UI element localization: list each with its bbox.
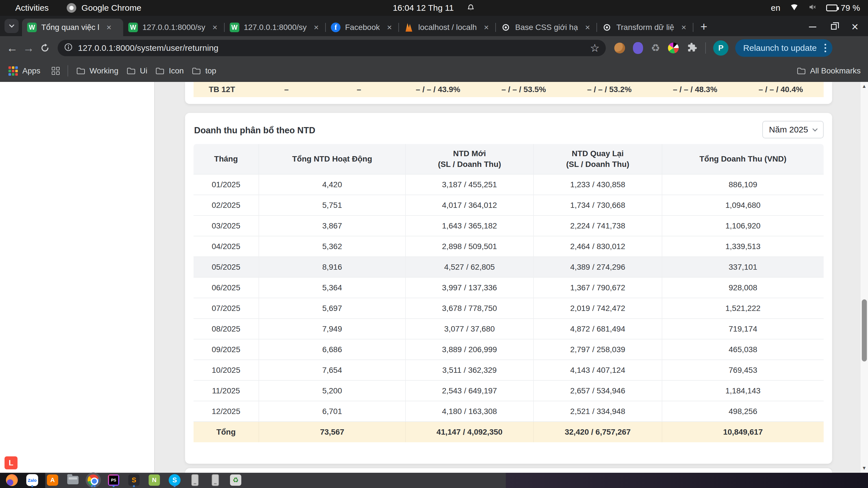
year-filter-select[interactable]: Năm 2025	[762, 121, 824, 138]
close-window-icon[interactable]	[851, 23, 858, 31]
minimize-icon[interactable]	[809, 27, 816, 27]
chrome-icon[interactable]	[87, 474, 99, 486]
site-info-icon[interactable]	[64, 43, 73, 54]
reading-list-icon[interactable]	[52, 67, 60, 75]
next-card-top-edge	[185, 468, 832, 473]
table-row: 03/20253,8671,643 / 365,1822,224 / 741,7…	[193, 215, 824, 236]
notepad-icon[interactable]: N	[148, 474, 160, 486]
focused-app-menu[interactable]: Google Chrome	[67, 3, 141, 13]
close-icon[interactable]	[210, 22, 220, 32]
tab-title: Transform dữ liệ	[616, 23, 674, 32]
clock[interactable]: 16:04 12 Thg 11	[393, 3, 454, 13]
reload-button[interactable]	[37, 40, 53, 56]
tab-title: 127.0.0.1:8000/sy	[143, 23, 206, 32]
main-content: TB 12T – – – / – / 43.9% – / – / 53.5% –…	[155, 82, 860, 473]
extensions-puzzle-icon[interactable]	[687, 42, 698, 54]
scroll-up-icon[interactable]	[860, 84, 868, 89]
input-language: en	[771, 3, 780, 13]
page-scrollbar[interactable]	[860, 82, 868, 473]
scrollbar-thumb[interactable]	[862, 299, 867, 361]
revenue-card: Doanh thu phân bổ theo NTD Năm 2025 Thán…	[185, 113, 832, 464]
cell: –	[323, 82, 395, 97]
apps-grid-icon	[8, 66, 18, 76]
table-row: 08/20257,9493,077 / 37,6804,872 / 681,49…	[193, 318, 824, 339]
apps-shortcut[interactable]: Apps	[8, 66, 40, 76]
purple-extension-icon[interactable]	[633, 42, 643, 54]
phone-app-icon-2[interactable]	[209, 474, 221, 486]
folder-icon	[156, 67, 164, 74]
bookmark-folder-working[interactable]: Working	[76, 66, 118, 75]
menu-kebab-icon[interactable]	[823, 42, 828, 54]
system-bar: Activities Google Chrome 16:04 12 Thg 11…	[0, 0, 868, 16]
activities-button[interactable]: Activities	[15, 3, 49, 13]
close-icon[interactable]	[582, 22, 592, 32]
tab-chatgpt-2[interactable]: Transform dữ liệ	[597, 19, 692, 36]
all-bookmarks-button[interactable]: All Bookmarks	[797, 66, 861, 75]
tab-phpmyadmin[interactable]: localhost / localh	[399, 19, 495, 36]
zalo-icon[interactable]: Zalo	[26, 474, 38, 486]
focused-app-name: Google Chrome	[82, 3, 141, 13]
bookmark-folder-top[interactable]: top	[192, 66, 216, 75]
bookmark-folder-icon[interactable]: Icon	[156, 66, 184, 75]
status-tray[interactable]: en 79 %	[771, 3, 860, 13]
relaunch-to-update-button[interactable]: Relaunch to update	[735, 39, 832, 57]
w-favicon: W	[230, 23, 239, 32]
firefox-icon[interactable]	[6, 474, 18, 486]
folder-label: top	[205, 66, 216, 75]
back-button[interactable]	[4, 40, 20, 56]
battery-percent: 79 %	[841, 3, 860, 13]
tab-facebook[interactable]: f Facebook	[326, 19, 398, 36]
profile-avatar[interactable]: P	[713, 40, 728, 56]
page-viewport: L TB 12T – – – / – / 43.9% – / – / 53.5%…	[0, 82, 868, 473]
skype-icon[interactable]: S	[168, 474, 181, 486]
app-center-icon[interactable]: A	[46, 474, 59, 486]
close-icon[interactable]	[311, 22, 321, 32]
tab-system-1[interactable]: W 127.0.0.1:8000/sy	[123, 19, 224, 36]
trash-icon[interactable]	[229, 474, 242, 486]
folder-label: Ui	[140, 66, 147, 75]
volume-muted-icon	[808, 3, 816, 13]
new-tab-button[interactable]	[698, 20, 710, 33]
restore-icon[interactable]	[831, 24, 837, 30]
cookie-extension-icon[interactable]	[614, 43, 625, 53]
toolbar-separator	[705, 42, 706, 54]
tab-search-button[interactable]	[4, 19, 19, 33]
table-row: 09/20256,6863,889 / 206,9992,797 / 258,0…	[193, 339, 824, 359]
close-icon[interactable]	[481, 22, 491, 32]
close-icon[interactable]	[384, 22, 395, 32]
revenue-table: Tháng Tổng NTD Hoạt Động NTD Mới(SL / Do…	[193, 144, 824, 442]
cell: –	[250, 82, 323, 97]
debugbar-toggle[interactable]: L	[4, 456, 18, 469]
bookmarks-bar: Apps Working Ui Icon top All Bookmarks	[0, 60, 868, 82]
tab-strip: W Tổng quan việc l W 127.0.0.1:8000/sy W…	[0, 16, 868, 36]
bookmark-star-icon[interactable]	[590, 42, 599, 54]
url-text[interactable]: 127.0.0.1:8000/system/user/returning	[78, 43, 218, 53]
all-bookmarks-label: All Bookmarks	[810, 66, 861, 75]
tab-overview[interactable]: W Tổng quan việc l	[22, 19, 123, 36]
relaunch-label: Relaunch to update	[743, 43, 816, 53]
desktop-wallpaper-strip	[506, 473, 868, 488]
phpstorm-icon[interactable]: PS	[107, 474, 120, 486]
scroll-down-icon[interactable]	[860, 465, 868, 471]
phone-app-icon[interactable]	[189, 474, 201, 486]
tab-system-2[interactable]: W 127.0.0.1:8000/sy	[225, 19, 326, 36]
address-bar[interactable]: 127.0.0.1:8000/system/user/returning	[58, 40, 606, 56]
left-sidebar: L	[0, 82, 155, 473]
col-header: Tổng NTD Hoạt Động	[258, 144, 405, 174]
cell: – / – / 43.9%	[395, 82, 481, 97]
files-icon[interactable]	[67, 474, 79, 486]
sublime-icon[interactable]: S	[128, 474, 140, 486]
table-row: 01/20254,4203,187 / 455,2511,233 / 430,8…	[193, 174, 824, 195]
recycle-extension-icon[interactable]	[651, 42, 660, 54]
bookmark-folder-ui[interactable]: Ui	[127, 66, 147, 75]
table-row: 02/20255,7514,017 / 364,0121,734 / 730,6…	[193, 195, 824, 215]
tab-title: 127.0.0.1:8000/sy	[244, 23, 307, 32]
colorpicker-extension-icon[interactable]	[668, 43, 679, 53]
table-row: 10/20257,6543,511 / 362,3294,143 / 407,1…	[193, 359, 824, 380]
chevron-down-icon	[812, 126, 817, 131]
forward-button[interactable]	[20, 40, 37, 56]
close-icon[interactable]	[104, 22, 114, 32]
tab-chatgpt-1[interactable]: Base CSS giới hạ	[496, 19, 596, 36]
close-icon[interactable]	[679, 22, 689, 32]
cell: – / – / 48.3%	[652, 82, 738, 97]
